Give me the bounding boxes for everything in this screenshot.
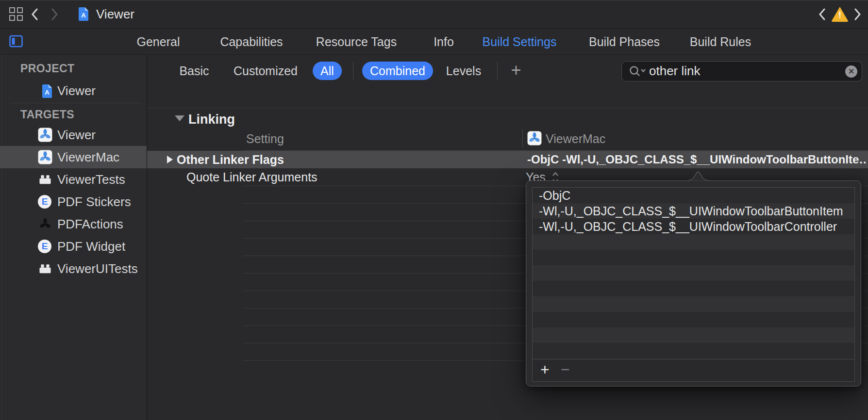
- scope-levels[interactable]: Levels: [438, 62, 489, 80]
- test-bundle-icon: [38, 261, 52, 276]
- add-flag-button[interactable]: +: [540, 360, 550, 379]
- tab-build-phases[interactable]: Build Phases: [589, 34, 660, 49]
- table-top-divider: [147, 108, 868, 108]
- app-target-icon: [527, 131, 542, 145]
- popover-arrow: [687, 169, 709, 181]
- column-divider: [522, 129, 523, 147]
- add-setting-button[interactable]: +: [511, 60, 521, 81]
- sidebar-item-project-viewer[interactable]: A Viewer: [0, 80, 147, 102]
- sidebar-item-target-vieweruitests[interactable]: ViewerUITests: [0, 258, 147, 280]
- test-bundle-icon: [38, 172, 52, 187]
- xcode-window: A Viewer ! General Capabilities Resource…: [0, 0, 868, 420]
- empty-flag-rows: [533, 234, 854, 360]
- scope-divider: [497, 62, 498, 80]
- collapse-section-icon[interactable]: [175, 115, 184, 121]
- sidebar-divider: [10, 103, 142, 103]
- svg-text:A: A: [45, 89, 50, 96]
- popover-toolbar: + −: [533, 359, 854, 381]
- sidebar-item-target-pdf-stickers[interactable]: E PDF Stickers: [0, 191, 147, 213]
- row-other-linker-flags[interactable]: Other Linker Flags -ObjC -Wl,-U,_OBJC_CL…: [147, 151, 868, 168]
- sidebar-item-target-pdf-widget[interactable]: E PDF Widget: [0, 235, 147, 258]
- sidebar-item-target-pdfactions[interactable]: PDFActions: [0, 213, 147, 235]
- search-input[interactable]: [648, 63, 835, 79]
- search-field[interactable]: ✕: [621, 61, 862, 81]
- window-title: Viewer: [96, 7, 134, 21]
- tab-general[interactable]: General: [137, 34, 180, 49]
- sidebar-item-target-viewertests[interactable]: ViewerTests: [0, 168, 147, 191]
- project-document-icon: A: [78, 7, 89, 21]
- app-extension-icon: E: [38, 240, 51, 253]
- warning-icon[interactable]: !: [831, 7, 849, 22]
- jump-bar: A Viewer !: [0, 0, 868, 29]
- automator-action-icon: [38, 217, 52, 231]
- scope-combined[interactable]: Combined: [362, 62, 433, 80]
- flag-item[interactable]: -Wl,-U,_OBJC_CLASS_$__UIWindowToolbarCon…: [533, 219, 854, 234]
- tab-info[interactable]: Info: [434, 34, 454, 49]
- project-targets-sidebar: PROJECT A Viewer TARGETS Viewer: [0, 55, 147, 420]
- flags-list: -ObjC -Wl,-U,_OBJC_CLASS_$__UIWindowTool…: [532, 187, 855, 382]
- sidebar-item-target-viewermac[interactable]: ViewerMac: [0, 146, 147, 168]
- flag-item[interactable]: -ObjC: [533, 188, 854, 203]
- setting-name: Other Linker Flags: [177, 151, 284, 168]
- clear-search-icon[interactable]: ✕: [845, 65, 857, 78]
- tab-resource-tags[interactable]: Resource Tags: [316, 34, 397, 49]
- navigator-toggle-icon[interactable]: [9, 34, 23, 48]
- project-section-header: PROJECT: [20, 62, 74, 75]
- scope-all[interactable]: All: [313, 62, 342, 80]
- setting-value[interactable]: -ObjC -Wl,-U,_OBJC_CLASS_$__UIWindowTool…: [527, 151, 867, 168]
- app-target-icon: [38, 150, 52, 164]
- targets-section-header: TARGETS: [20, 108, 74, 121]
- next-issue-icon[interactable]: [853, 8, 862, 21]
- target-column-header: ViewerMac: [546, 132, 605, 146]
- sidebar-item-target-viewer[interactable]: Viewer: [0, 124, 147, 146]
- app-target-icon: [38, 128, 52, 142]
- setting-column-header: Setting: [246, 132, 284, 146]
- disclosure-icon[interactable]: [167, 156, 173, 163]
- svg-text:A: A: [81, 12, 86, 19]
- project-document-icon: A: [40, 84, 54, 98]
- tab-capabilities[interactable]: Capabilities: [220, 34, 283, 49]
- previous-issue-icon[interactable]: [818, 8, 826, 21]
- warning-symbol: !: [831, 10, 849, 20]
- scope-basic[interactable]: Basic: [171, 62, 217, 80]
- scope-divider: [353, 62, 353, 80]
- search-icon: [629, 65, 646, 78]
- app-extension-icon: E: [38, 195, 51, 209]
- tab-overview-icon[interactable]: [9, 7, 23, 21]
- remove-flag-button[interactable]: −: [561, 360, 570, 379]
- setting-name: Quote Linker Arguments: [186, 168, 317, 186]
- editor-tab-bar: General Capabilities Resource Tags Info …: [0, 29, 868, 55]
- tab-build-settings[interactable]: Build Settings: [483, 34, 557, 49]
- scope-customized[interactable]: Customized: [226, 62, 305, 80]
- tab-build-rules[interactable]: Build Rules: [690, 34, 751, 49]
- linker-flags-popover: -ObjC -Wl,-U,_OBJC_CLASS_$__UIWindowTool…: [526, 180, 861, 387]
- flag-item[interactable]: -Wl,-U,_OBJC_CLASS_$__UIWindowToolbarBut…: [533, 203, 854, 219]
- back-icon[interactable]: [30, 8, 39, 21]
- section-header-linking[interactable]: Linking: [188, 112, 235, 127]
- forward-icon[interactable]: [50, 8, 59, 21]
